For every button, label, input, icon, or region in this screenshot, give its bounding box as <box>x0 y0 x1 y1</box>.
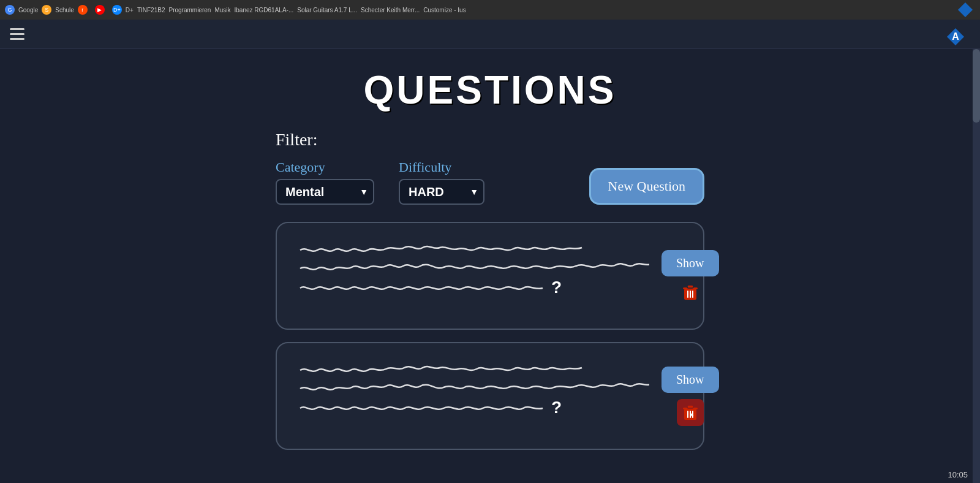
tab-google[interactable]: Google <box>18 7 38 13</box>
show-button-1[interactable]: Show <box>662 250 719 276</box>
svg-text:A: A <box>952 31 959 42</box>
category-select-wrapper[interactable]: Mental Physical Knowledge <box>276 179 374 205</box>
tab-customize[interactable]: Customize - Ius <box>423 7 466 13</box>
svg-text:?: ? <box>551 398 562 417</box>
hamburger-line-2 <box>10 33 24 35</box>
scrollbar[interactable] <box>973 49 980 483</box>
new-question-button[interactable]: New Question <box>589 168 704 205</box>
difficulty-label: Difficulty <box>399 159 484 175</box>
tab-prog[interactable]: Programmieren <box>168 7 211 13</box>
svg-rect-5 <box>687 285 693 288</box>
time-display: 10:05 <box>948 470 968 479</box>
svg-rect-12 <box>687 405 693 408</box>
delete-button-1[interactable] <box>680 283 700 302</box>
tab-tinf[interactable]: D+ <box>126 7 134 13</box>
favicon-schule: S <box>42 5 51 15</box>
question-card-2: ? Show <box>276 342 704 450</box>
category-select[interactable]: Mental Physical Knowledge <box>276 179 374 205</box>
difficulty-select[interactable]: HARD MEDIUM EASY <box>399 179 484 205</box>
tab-schule[interactable]: Schule <box>55 7 74 13</box>
card-1-actions: Show <box>662 250 719 302</box>
scrollbar-thumb[interactable] <box>973 49 980 123</box>
question-text-2: ? <box>294 358 649 434</box>
difficulty-filter-group: Difficulty HARD MEDIUM EASY <box>399 159 484 205</box>
hamburger-line-1 <box>10 28 24 30</box>
question-text-1: ? <box>294 238 649 314</box>
app-logo: A <box>946 27 965 47</box>
svg-text:?: ? <box>551 278 562 297</box>
tab-musik[interactable]: Musik <box>214 7 230 13</box>
tab-tinf2[interactable]: TINF21B2 <box>137 7 165 13</box>
show-button-2[interactable]: Show <box>662 367 719 393</box>
filter-row: Category Mental Physical Knowledge Diffi… <box>276 159 704 205</box>
delete-button-2[interactable] <box>677 399 704 426</box>
favicon-dplus: D+ <box>112 5 122 15</box>
question-squiggles-2: ? <box>294 358 649 432</box>
page-title: QUESTIONS <box>364 67 617 113</box>
filter-section: Filter: Category Mental Physical Knowled… <box>276 130 704 205</box>
difficulty-select-wrapper[interactable]: HARD MEDIUM EASY <box>399 179 484 205</box>
filter-label: Filter: <box>276 130 704 150</box>
browser-bar: G Google S Schule r ▶ D+ D+ TINF21B2 Pro… <box>0 0 980 20</box>
card-2-actions: Show <box>662 367 719 426</box>
tab-ibanez[interactable]: Ibanez RGD61ALA-... <box>235 7 294 13</box>
category-label: Category <box>276 159 374 175</box>
browser-logo <box>958 2 973 17</box>
category-filter-group: Category Mental Physical Knowledge <box>276 159 374 205</box>
hamburger-menu[interactable] <box>10 28 24 40</box>
question-card-1: ? Show <box>276 222 704 330</box>
tab-schecter[interactable]: Schecter Keith Merr... <box>361 7 420 13</box>
favicon-reddit: r <box>78 5 88 15</box>
trash-icon-1 <box>680 283 700 302</box>
questions-list: ? Show <box>276 222 704 450</box>
logo-icon: A <box>946 27 965 47</box>
question-squiggles-1: ? <box>294 238 649 311</box>
toolbar: A <box>0 20 980 49</box>
hamburger-line-3 <box>10 38 24 40</box>
favicon-google: G <box>5 5 15 15</box>
favicon-yt: ▶ <box>95 5 105 15</box>
tab-solar[interactable]: Solar Guitars A1.7 L... <box>297 7 357 13</box>
trash-icon-2 <box>680 403 700 422</box>
main-content: QUESTIONS Filter: Category Mental Physic… <box>0 49 980 483</box>
